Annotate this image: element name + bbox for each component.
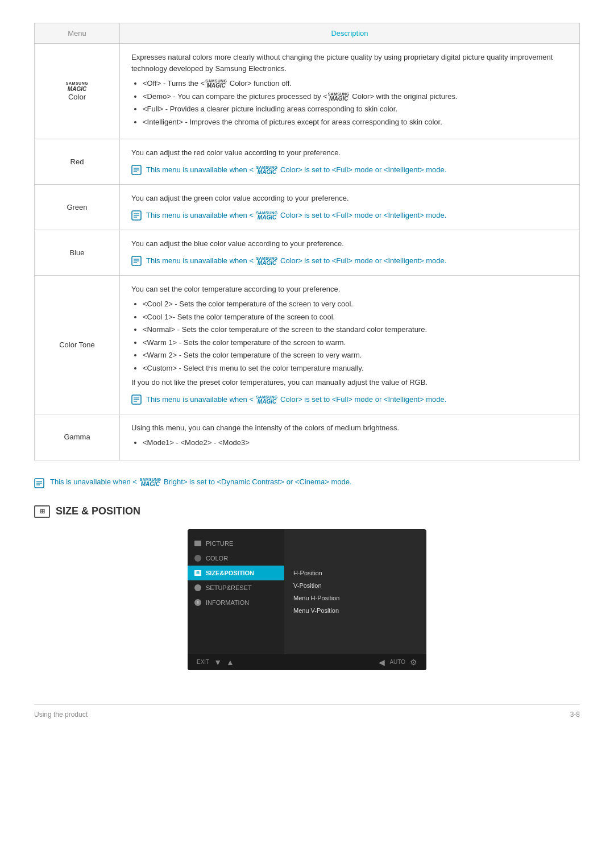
unavail-note: This menu is unavailable when < SAMSUNGM… [131,210,568,222]
menu-cell-2: Green [35,185,120,230]
unavail-text: This menu is unavailable when < SAMSUNGM… [146,164,446,176]
monitor-menu-info: i INFORMATION [188,595,284,610]
size-position-header: ⊞ SIZE & POSITION [34,505,580,518]
monitor-menu-color: COLOR [188,551,284,566]
desc-bullet-item: <Warm 1> - Sets the color temperature of… [143,337,568,348]
monitor-option-mhpos: Menu H-Position [293,595,417,601]
menu-cell-0: SAMSUNG MAGIC Color [35,44,120,139]
menu-cell-5: Gamma [35,414,120,460]
desc-bullet-item: <Demo> - You can compare the pictures pr… [143,91,568,102]
desc-cell-1: You can adjust the red color value accor… [120,139,580,185]
desc-intro: You can adjust the blue color value acco… [131,238,568,250]
monitor-option-mvpos: Menu V-Position [293,607,417,614]
unavail-text: This menu is unavailable when < SAMSUNGM… [146,210,446,222]
desc-bullets: <Mode1> - <Mode2> - <Mode3> [143,437,568,448]
desc-bullets: <Cool 2> - Sets the color temperature of… [143,298,568,373]
desc-cell-3: You can adjust the blue color value acco… [120,230,580,276]
desc-cell-2: You can adjust the green color value acc… [120,185,580,230]
desc-intro: Using this menu, you can change the inte… [131,422,568,434]
desc-bullet-item: <Intelligent> - Improves the chroma of p… [143,117,568,128]
monitor-menu-picture: PICTURE [188,536,284,551]
desc-bullet-item: <Off> - Turns the <SAMSUNGMAGIC Color> f… [143,78,568,89]
monitor-option-vpos: V-Position [293,582,417,589]
main-table: Menu Description SAMSUNG MAGIC Color Exp… [34,23,580,460]
desc-bullets: <Off> - Turns the <SAMSUNGMAGIC Color> f… [143,78,568,127]
unavail-text: This menu is unavailable when < SAMSUNGM… [146,394,446,406]
desc-bullet-item: <Mode1> - <Mode2> - <Mode3> [143,437,568,448]
footer-left: Using the product [34,711,88,719]
desc-extra: If you do not like the preset color temp… [131,377,568,388]
desc-bullet-item: <Normal> - Sets the color temperature of… [143,324,568,335]
desc-bullet-item: <Cool 2> - Sets the color temperature of… [143,298,568,310]
monitor-menu: PICTURE COLOR ⊞ SIZE&POSITION SETUP&RESE… [188,529,284,654]
desc-bullet-item: <Cool 1>- Sets the color temperature of … [143,312,568,323]
note-section: This is unavailable when < SAMSUNGMAGIC … [34,477,580,488]
unavail-note: This menu is unavailable when < SAMSUNGM… [131,255,568,267]
monitor-options: H-Position V-Position Menu H-Position Me… [284,529,426,654]
section-title: SIZE & POSITION [56,505,140,517]
footer: Using the product 3-8 [34,704,580,719]
desc-intro: You can set the color temperature accord… [131,284,568,295]
note-icon [34,478,44,488]
desc-bullet-item: <Warm 2> - Sets the color temperature of… [143,350,568,361]
menu-cell-1: Red [35,139,120,185]
footer-right: 3-8 [570,711,580,719]
monitor-bottom-bar: EXIT ▼ ▲ ◀ AUTO ⚙ [188,654,426,670]
desc-cell-5: Using this menu, you can change the inte… [120,414,580,460]
desc-intro: Expresses natural colors more clearly wi… [131,52,568,74]
menu-column-header: Menu [35,23,120,44]
section-icon: ⊞ [34,505,50,518]
desc-cell-0: Expresses natural colors more clearly wi… [120,44,580,139]
desc-intro: You can adjust the red color value accor… [131,147,568,159]
menu-cell-4: Color Tone [35,276,120,414]
monitor-diagram: PICTURE COLOR ⊞ SIZE&POSITION SETUP&RESE… [34,529,580,670]
unavail-text: This menu is unavailable when < SAMSUNGM… [146,255,446,267]
unavail-note: This menu is unavailable when < SAMSUNGM… [131,164,568,176]
desc-cell-4: You can set the color temperature accord… [120,276,580,414]
note-text: This is unavailable when < SAMSUNGMAGIC … [50,477,352,487]
monitor-box: PICTURE COLOR ⊞ SIZE&POSITION SETUP&RESE… [188,529,426,670]
monitor-menu-setup: SETUP&RESET [188,580,284,595]
monitor-menu-size: ⊞ SIZE&POSITION [188,566,284,580]
desc-bullet-item: <Full> - Provides a clearer picture incl… [143,103,568,115]
menu-cell-3: Blue [35,230,120,276]
desc-bullet-item: <Custom> - Select this menu to set the c… [143,363,568,374]
monitor-option-hpos: H-Position [293,570,417,576]
unavail-note: This menu is unavailable when < SAMSUNGM… [131,394,568,406]
description-column-header: Description [120,23,580,44]
desc-intro: You can adjust the green color value acc… [131,193,568,204]
